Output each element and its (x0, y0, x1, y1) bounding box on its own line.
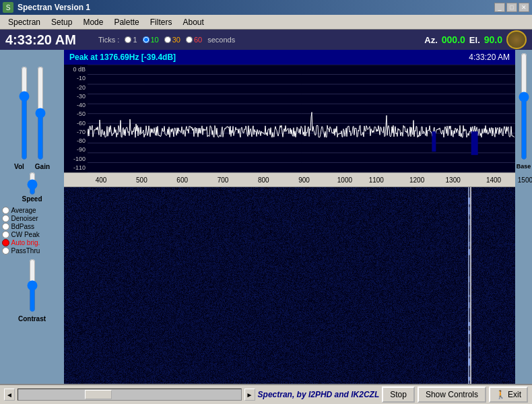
exit-button[interactable]: 🚶 Exit (489, 386, 528, 403)
base-label: Base (517, 163, 531, 170)
vol-slider[interactable] (18, 66, 31, 160)
bdpass-option[interactable]: BdPass (2, 223, 63, 230)
maximize-button[interactable]: □ (506, 3, 517, 12)
stop-button[interactable]: Stop (382, 386, 415, 403)
close-button[interactable]: ✕ (519, 3, 529, 12)
tick-10-option[interactable]: 10 (143, 36, 159, 44)
exit-label: Exit (508, 390, 521, 399)
az-el-section: Az. 000.0 El. 90.0 (424, 30, 527, 49)
y-label-90: -90 (64, 146, 88, 153)
spectrum-time: 4:33:20 AM (469, 53, 510, 62)
y-label-30: -30 (64, 93, 88, 100)
autobrig-option[interactable]: Auto brig. (2, 239, 63, 246)
freq-1000: 1000 (337, 176, 352, 184)
scroll-right-button[interactable]: ► (244, 389, 255, 401)
freq-700: 700 (218, 176, 229, 184)
spectrum-header: Peak at 1376.69Hz [-39.4dB] 4:33:20 AM (64, 50, 515, 65)
speed-slider[interactable] (26, 172, 39, 195)
passthru-label: PassThru (11, 247, 40, 255)
waterfall (64, 187, 515, 384)
tick-10-radio[interactable] (143, 36, 149, 43)
speed-label: Speed (22, 195, 42, 203)
y-label-110: -110 (64, 164, 88, 171)
top-controls: 4:33:20 AM Ticks : 1 10 30 60 seconds Az… (0, 30, 532, 50)
menu-setup[interactable]: Setup (46, 16, 77, 28)
cwpeak-radio[interactable] (2, 231, 9, 238)
average-label: Average (11, 207, 36, 214)
cwpeak-label: CW Peak (11, 231, 40, 238)
y-label-60: -60 (64, 120, 88, 127)
denoiser-radio[interactable] (2, 215, 9, 222)
menu-filters[interactable]: Filters (145, 16, 178, 28)
menu-spectran[interactable]: Spectran (3, 16, 46, 28)
main-content: Vol Gain Speed Average Denoiser BdPass C… (0, 50, 532, 384)
right-sidebar: Base (515, 50, 532, 384)
tick-60-option[interactable]: 60 (186, 36, 202, 44)
autobrig-indicator (2, 239, 9, 246)
average-option[interactable]: Average (2, 207, 63, 214)
az-value: 000.0 (442, 34, 465, 45)
center-area: Peak at 1376.69Hz [-39.4dB] 4:33:20 AM 0… (64, 50, 515, 384)
y-label-70: -70 (64, 129, 88, 135)
menu-mode[interactable]: Mode (77, 16, 108, 28)
freq-400: 400 (96, 176, 107, 184)
y-label-0db: 0 dB (64, 66, 88, 73)
tick-1-radio[interactable] (125, 36, 131, 43)
freq-1500: 1500 (518, 176, 532, 184)
passthru-radio[interactable] (2, 247, 9, 255)
cwpeak-option[interactable]: CW Peak (2, 231, 63, 238)
peak-info: Peak at 1376.69Hz [-39.4dB] (69, 53, 176, 62)
exit-icon: 🚶 (496, 390, 506, 399)
time-display: 4:33:20 AM (5, 32, 93, 48)
average-radio[interactable] (2, 207, 9, 214)
scroll-thumb[interactable] (85, 390, 112, 399)
scroll-left-button[interactable]: ◄ (4, 389, 15, 401)
y-label-20: -20 (64, 84, 88, 91)
y-label-10: -10 (64, 75, 88, 81)
status-text: Spectran, by I2PHD and IK2CZL (258, 390, 380, 399)
freq-1300: 1300 (446, 176, 461, 184)
menu-about[interactable]: About (177, 16, 209, 28)
scrollbar-area[interactable] (18, 389, 242, 401)
seconds-label: seconds (207, 36, 235, 44)
tick-30-radio[interactable] (164, 36, 171, 43)
left-sidebar: Vol Gain Speed Average Denoiser BdPass C… (0, 50, 64, 384)
spectrum-graph[interactable]: 0 dB -10 -20 -30 -40 -50 -60 -70 -80 -90… (64, 65, 515, 172)
el-value: 90.0 (484, 34, 502, 45)
contrast-slider[interactable] (26, 259, 39, 312)
waterfall-canvas (64, 187, 515, 384)
freq-600: 600 (176, 176, 188, 184)
freq-1100: 1100 (369, 176, 384, 184)
tick-30-option[interactable]: 30 (164, 36, 180, 44)
denoiser-option[interactable]: Denoiser (2, 215, 63, 222)
az-label: Az. (424, 35, 438, 45)
freq-500: 500 (136, 176, 147, 184)
bdpass-label: BdPass (11, 223, 34, 230)
y-label-80: -80 (64, 137, 88, 144)
speed-section: Speed (1, 172, 63, 203)
contrast-label: Contrast (18, 315, 46, 323)
waterfall-marker-line (470, 187, 471, 384)
sliders-row (18, 53, 47, 160)
tick-60-radio[interactable] (186, 36, 193, 43)
tick-1-label: 1 (133, 36, 137, 44)
show-controls-button[interactable]: Show Controls (418, 386, 486, 403)
tick-30-label: 30 (172, 36, 180, 44)
window-title: Spectran Version 1 (18, 3, 490, 12)
y-label-50: -50 (64, 110, 88, 117)
gain-slider[interactable] (34, 66, 47, 160)
minimize-button[interactable]: _ (494, 3, 505, 12)
bdpass-radio[interactable] (2, 223, 9, 230)
radio-options: Average Denoiser BdPass CW Peak Auto bri… (2, 207, 63, 255)
waveform-canvas (88, 65, 515, 172)
el-label: El. (469, 35, 480, 45)
freq-800: 800 (258, 176, 269, 184)
tick-1-option[interactable]: 1 (125, 36, 137, 44)
menu-palette[interactable]: Palette (108, 16, 144, 28)
gain-slider-container (34, 66, 47, 160)
tick-60-label: 60 (194, 36, 202, 44)
passthru-option[interactable]: PassThru (2, 247, 63, 255)
autobrig-label: Auto brig. (11, 239, 40, 246)
base-slider[interactable] (518, 53, 530, 160)
compass-button[interactable] (506, 30, 527, 49)
